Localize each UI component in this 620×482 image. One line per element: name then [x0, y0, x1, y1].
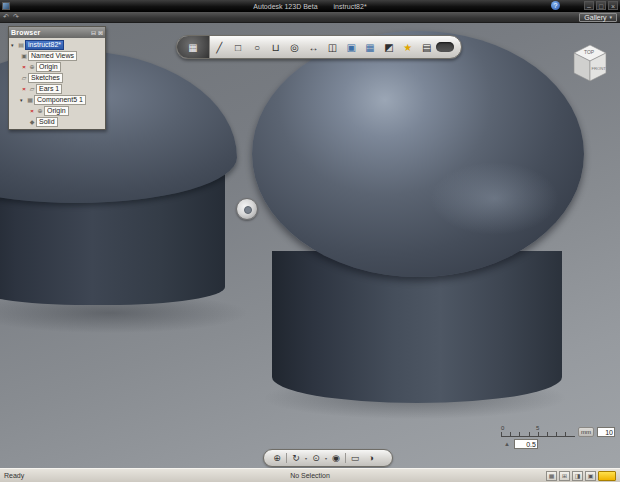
sketch-icon: ▱ [20, 74, 28, 81]
grid-scale-widget: 0 5 mm ▲ [501, 423, 618, 449]
look-at-icon[interactable]: ◉ [329, 453, 343, 463]
zoom-fit-icon[interactable]: ▭ [348, 453, 362, 463]
primitives-menu-button[interactable]: ▦ [177, 36, 210, 58]
ortho-toggle-icon[interactable]: ◨ [572, 471, 583, 481]
viewcube[interactable]: TOP FRONT [566, 39, 612, 85]
browser-close-icon[interactable]: ⊠ [98, 29, 103, 36]
component-icon: ▦ [26, 96, 34, 103]
minimize-button[interactable]: – [584, 1, 594, 10]
tree-item-sketches[interactable]: ▱ Sketches [9, 72, 105, 83]
divider [286, 453, 287, 463]
viewcube-front-label: FRONT [592, 66, 607, 71]
titlebar: Autodesk 123D Beta instruct82* ? – □ × [0, 0, 620, 12]
tool-combine-icon[interactable]: ▣ [342, 42, 361, 53]
snap-toggle-icon[interactable]: ⊞ [559, 471, 570, 481]
tool-pattern-icon[interactable]: ▦ [361, 42, 380, 53]
gallery-button[interactable]: Gallery ▾ [579, 13, 617, 22]
tree-item-root[interactable]: ▾ ▤ instruct82* [9, 39, 105, 50]
browser-tree: ▾ ▤ instruct82* ▣ Named Views × ⊕ Origin… [9, 38, 105, 129]
scale-ruler: 0 5 [501, 425, 575, 437]
browser-title: Browser [11, 29, 40, 36]
visibility-off-icon[interactable]: × [20, 64, 28, 70]
tool-sphere-icon[interactable]: ○ [247, 42, 266, 53]
tree-item-component-origin[interactable]: × ⊕ Origin [9, 105, 105, 116]
display-mode-icon[interactable]: ◑ [364, 453, 378, 463]
ruler-tick-mid: 5 [536, 425, 539, 431]
redo-icon[interactable]: ↷ [13, 13, 19, 21]
gallery-button-label: Gallery [584, 14, 606, 21]
model-right-dome[interactable] [252, 31, 584, 277]
app-title: Autodesk 123D Beta [253, 3, 317, 10]
close-button[interactable]: × [608, 1, 618, 10]
sketch-point-handle[interactable] [236, 198, 258, 220]
tree-item-label: Solid [36, 117, 58, 127]
document-title: instruct82* [334, 3, 367, 10]
orbit-icon[interactable]: ↻ [289, 453, 303, 463]
navigation-bar: ⊕ ↻ ▾ ⊙ ▾ ◉ ▭ ◑ [263, 449, 393, 467]
visibility-off-icon[interactable]: × [20, 86, 28, 92]
sketch-icon: ▱ [28, 85, 36, 92]
visibility-off-icon[interactable]: × [28, 108, 36, 114]
pan-icon[interactable]: ⊕ [270, 453, 284, 463]
chevron-down-icon[interactable]: ▾ [305, 456, 307, 461]
units-dropdown[interactable]: mm [578, 427, 594, 437]
tree-item-named-views[interactable]: ▣ Named Views [9, 50, 105, 61]
snap-size-input[interactable] [514, 439, 538, 449]
status-selection-text: No Selection [252, 472, 368, 479]
toolbar-collapse-handle[interactable] [436, 42, 454, 52]
app-window: Autodesk 123D Beta instruct82* ? – □ × ↶… [0, 0, 620, 482]
browser-panel: Browser ⊟ ⊠ ▾ ▤ instruct82* ▣ Named View… [8, 26, 106, 130]
browser-header[interactable]: Browser ⊟ ⊠ [9, 27, 105, 38]
tool-sketch-icon[interactable]: ╱ [210, 42, 229, 53]
tree-item-label: Named Views [28, 51, 77, 61]
origin-icon: ⊕ [28, 63, 36, 70]
menu-cube-icon: ▦ [188, 42, 197, 53]
maximize-button[interactable]: □ [596, 1, 606, 10]
document-icon: ▤ [17, 41, 25, 48]
selection-filter-icon[interactable]: ▣ [585, 471, 596, 481]
tree-item-ears[interactable]: × ▱ Ears 1 [9, 83, 105, 94]
tree-item-label: instruct82* [25, 40, 64, 50]
menu-bar: ↶ ↷ Gallery ▾ [0, 12, 620, 23]
zoom-icon[interactable]: ⊙ [309, 453, 323, 463]
tree-item-solid[interactable]: ◆ Solid [9, 116, 105, 127]
beta-badge [598, 471, 616, 481]
chevron-down-icon[interactable]: ▾ [325, 456, 327, 461]
snap-slider-marker[interactable]: ▲ [504, 441, 510, 447]
named-views-icon: ▣ [20, 52, 28, 59]
tree-item-label: Ears 1 [36, 84, 62, 94]
chevron-down-icon: ▾ [609, 14, 612, 20]
tree-item-label: Origin [44, 106, 69, 116]
tree-item-label: Origin [36, 62, 61, 72]
tool-split-icon[interactable]: ◫ [323, 42, 342, 53]
ruler-tick-start: 0 [501, 425, 504, 431]
viewcube-top-label: TOP [584, 49, 595, 55]
tool-gallery-star-icon[interactable]: ★ [398, 42, 417, 53]
tool-material-icon[interactable]: ◩ [380, 42, 399, 53]
undo-icon[interactable]: ↶ [3, 13, 9, 21]
solid-icon: ◆ [28, 118, 36, 125]
main-toolbar: ▦ ╱ □ ○ ⊔ ◎ ↔ ◫ ▣ ▦ ◩ ★ ▤ [176, 35, 462, 59]
grid-size-input[interactable] [597, 427, 615, 437]
tool-torus-icon[interactable]: ◎ [285, 42, 304, 53]
tool-grid-icon[interactable]: ▤ [417, 42, 436, 53]
browser-collapse-icon[interactable]: ⊟ [91, 29, 96, 36]
tool-cylinder-icon[interactable]: ⊔ [266, 42, 285, 53]
tool-move-icon[interactable]: ↔ [304, 42, 323, 53]
tree-item-origin[interactable]: × ⊕ Origin [9, 61, 105, 72]
tree-item-component[interactable]: ▾ ▦ Component5 1 [9, 94, 105, 105]
grid-toggle-icon[interactable]: ▦ [546, 471, 557, 481]
tree-item-label: Sketches [28, 73, 63, 83]
status-ready-text: Ready [4, 472, 24, 479]
origin-icon: ⊕ [36, 107, 44, 114]
ruler-ticks [501, 432, 575, 437]
tool-box-icon[interactable]: □ [229, 42, 248, 53]
divider [345, 453, 346, 463]
tree-item-label: Component5 1 [34, 95, 86, 105]
help-icon[interactable]: ? [551, 1, 560, 10]
status-bar: Ready No Selection ▦ ⊞ ◨ ▣ [0, 468, 620, 482]
